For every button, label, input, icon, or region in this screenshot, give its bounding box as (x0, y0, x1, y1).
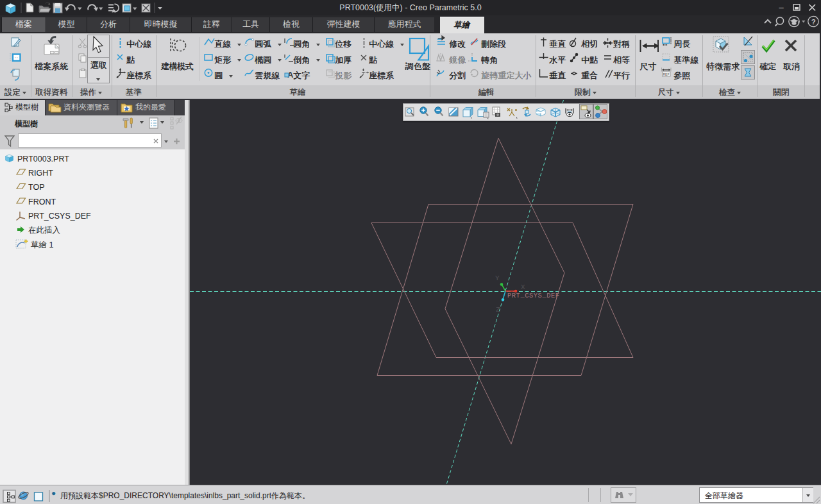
svg-text:Y: Y (495, 274, 500, 282)
svg-text:REF: REF (663, 72, 670, 76)
svg-text:?: ? (811, 18, 816, 26)
svg-text:X: X (521, 283, 525, 291)
svg-text:Z: Z (496, 306, 500, 314)
svg-text:PRT_CSYS_DEF: PRT_CSYS_DEF (507, 292, 560, 299)
